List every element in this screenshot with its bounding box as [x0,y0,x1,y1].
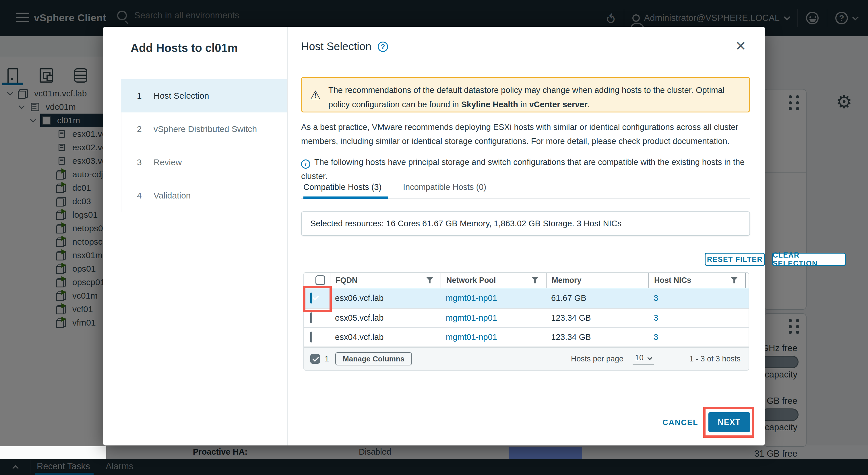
row-checkbox[interactable] [310,293,312,303]
memory-cell: 61.67 GB [546,294,648,303]
filter-actions: RESET FILTER CLEAR SELECTION [301,253,750,266]
step-number: 3 [137,158,154,167]
next-button[interactable]: NEXT [708,412,750,432]
selected-count: 1 [324,354,329,364]
help-circle-icon[interactable]: ? [378,42,388,52]
spacer-cell [745,273,749,288]
wizard-step[interactable]: 4 Validation [121,179,287,212]
memory-cell: 123.34 GB [546,313,648,323]
column-header[interactable]: Host NICs [648,273,745,288]
reset-filter-button[interactable]: RESET FILTER [705,253,765,266]
row-checkbox[interactable] [310,332,312,342]
filter-icon[interactable] [426,277,433,283]
filter-icon[interactable] [731,277,738,283]
wizard-step[interactable]: 1 Host Selection [121,79,287,112]
warning-banner: ⚠ The recommendations of the default dat… [301,77,750,112]
step-number: 4 [137,191,154,201]
info-note: iThe following hosts have principal stor… [301,155,750,183]
column-header[interactable]: FQDN [330,273,441,288]
select-chevron-icon [648,355,652,360]
wizard-title: Add Hosts to cl01m [131,42,238,55]
page-title: Host Selection [301,40,371,53]
host-row[interactable]: esx05.vcf.lab mgmt01-np01 123.34 GB 3 [304,309,749,328]
step-number: 1 [137,91,154,101]
hosts-per-page-label: Hosts per page [571,354,623,364]
warning-icon: ⚠ [310,88,321,102]
sidebar-footer-strip [0,446,106,459]
wizard-steps-panel: Add Hosts to cl01m 1 Host Selection 2 vS… [103,27,288,445]
manage-columns-button[interactable]: Manage Columns [335,352,412,366]
host-nics-link[interactable]: 3 [648,333,745,342]
step-label: Validation [154,191,191,201]
fqdn-cell: esx06.vcf.lab [330,294,441,303]
table-footer: 1 Manage Columns Hosts per page 10 1 - 3… [304,347,749,370]
tab-incompatible-hosts[interactable]: Incompatible Hosts (0) [403,182,486,192]
select-all-checkbox[interactable] [315,275,325,285]
info-icon: i [301,160,310,169]
memory-cell: 123.34 GB [546,333,648,342]
host-row[interactable]: esx04.vcf.lab mgmt01-np01 123.34 GB 3 [304,328,749,347]
page-title-row: Host Selection ? [301,40,388,53]
hosts-table: FQDN Network Pool Memory Host NICs [303,272,749,371]
add-hosts-wizard: Add Hosts to cl01m 1 Host Selection 2 vS… [103,27,765,445]
close-icon[interactable]: ✕ [735,38,746,54]
clear-selection-button[interactable]: CLEAR SELECTION [772,253,846,266]
step-label: vSphere Distributed Switch [154,124,257,134]
warning-text: The recommendations of the default datas… [329,83,745,111]
network-pool-link[interactable]: mgmt01-np01 [441,294,546,303]
column-header[interactable]: Memory [546,273,648,288]
row-checkbox[interactable] [310,312,312,323]
selected-resources-text: Selected resources: 16 Cores 61.67 GB Me… [310,219,621,228]
fqdn-cell: esx05.vcf.lab [330,313,441,323]
tab-compatible-hosts[interactable]: Compatible Hosts (3) [303,182,381,192]
hosts-per-page-select[interactable]: 10 [632,353,654,365]
vsphere-client-screen: vSphere Client Search in all environment… [0,0,868,475]
pagination-range: 1 - 3 of 3 hosts [689,354,741,364]
table-header: FQDN Network Pool Memory Host NICs [304,273,749,288]
step-number: 2 [137,124,154,134]
best-practice-text: As a best practice, VMware recommends de… [301,120,752,148]
network-pool-link[interactable]: mgmt01-np01 [441,333,546,342]
wizard-step[interactable]: 2 vSphere Distributed Switch [121,112,287,146]
host-nics-link[interactable]: 3 [648,313,745,323]
active-tab-underline [303,197,389,199]
step-label: Review [154,158,182,167]
select-all-cell [304,273,330,288]
host-nics-link[interactable]: 3 [648,294,745,303]
fqdn-cell: esx04.vcf.lab [330,333,441,342]
host-row[interactable]: esx06.vcf.lab mgmt01-np01 61.67 GB 3 [304,288,749,309]
selected-resources-box: Selected resources: 16 Cores 61.67 GB Me… [301,211,750,236]
network-pool-link[interactable]: mgmt01-np01 [441,313,546,323]
partial-select-checkbox[interactable] [310,354,320,364]
host-tabs: Compatible Hosts (3) Incompatible Hosts … [301,182,750,199]
column-header[interactable]: Network Pool [441,273,546,288]
step-label: Host Selection [154,91,209,101]
wizard-steps: 1 Host Selection 2 vSphere Distributed S… [121,79,287,212]
filter-icon[interactable] [532,277,538,283]
cancel-button[interactable]: CANCEL [662,418,699,427]
wizard-step[interactable]: 3 Review [121,146,287,179]
